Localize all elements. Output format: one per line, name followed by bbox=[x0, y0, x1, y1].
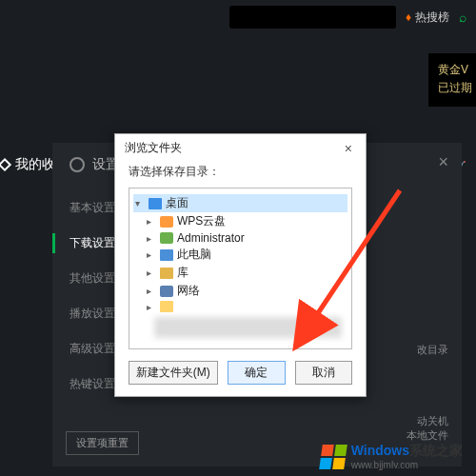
tree-node-label: 库 bbox=[177, 265, 188, 281]
user-icon bbox=[160, 232, 173, 244]
hot-label: 热搜榜 bbox=[415, 10, 449, 26]
close-icon[interactable]: × bbox=[341, 141, 356, 156]
tree-node[interactable]: ▸库 bbox=[133, 264, 347, 282]
sidebar-label: 我的收 bbox=[15, 156, 55, 173]
cancel-button[interactable]: 取消 bbox=[295, 361, 352, 385]
flame-icon: ♦ bbox=[406, 10, 411, 24]
pc-icon bbox=[160, 249, 173, 261]
tree-node[interactable]: ▸WPS云盘 bbox=[133, 212, 347, 230]
watermark-url: www.bjjmlv.com bbox=[351, 460, 463, 470]
ok-button[interactable]: 确定 bbox=[228, 361, 287, 385]
vip-status: 已过期 bbox=[438, 79, 476, 97]
vip-title: 黄金V bbox=[438, 61, 476, 79]
hot-search-link[interactable]: ♦ 热搜榜 bbox=[406, 10, 449, 26]
tree-node-label: WPS云盘 bbox=[177, 213, 226, 229]
chevron-icon[interactable]: ▸ bbox=[147, 216, 156, 227]
dialog-title: 浏览文件夹 bbox=[125, 140, 182, 156]
chevron-icon[interactable]: ▸ bbox=[147, 249, 156, 260]
windows-logo-icon bbox=[319, 445, 347, 469]
diamond-icon bbox=[0, 158, 11, 171]
browse-folder-dialog: 浏览文件夹 × 请选择保存目录： ▾桌面▸WPS云盘▸Administrator… bbox=[114, 133, 367, 397]
watermark-sub: 系统之家 bbox=[409, 443, 463, 458]
gear-icon bbox=[69, 157, 85, 172]
tree-node[interactable]: ▸此电脑 bbox=[133, 246, 347, 264]
tree-node[interactable]: ▸ bbox=[133, 300, 347, 313]
cloud-icon bbox=[160, 216, 173, 228]
tree-node-label: Administrator bbox=[177, 231, 245, 245]
watermark-brand: Windows bbox=[351, 443, 409, 458]
vip-panel: 黄金V 已过期 bbox=[428, 53, 476, 107]
chevron-icon[interactable]: ▾ bbox=[135, 198, 145, 208]
tree-node-label: 此电脑 bbox=[177, 247, 211, 263]
close-icon[interactable]: × bbox=[438, 152, 448, 172]
tree-node[interactable]: ▾桌面 bbox=[133, 194, 347, 212]
auto-shutdown-label: 动关机 bbox=[417, 414, 448, 428]
change-dir-label[interactable]: 改目录 bbox=[417, 343, 448, 357]
chevron-icon[interactable]: ▸ bbox=[147, 286, 156, 296]
chevron-icon[interactable]: ▸ bbox=[147, 268, 156, 278]
tree-node[interactable]: ▸网络 bbox=[133, 282, 347, 300]
tree-node[interactable]: ▸Administrator bbox=[133, 230, 347, 246]
tree-node-label: 桌面 bbox=[166, 195, 188, 211]
folder-tree[interactable]: ▾桌面▸WPS云盘▸Administrator▸此电脑▸库▸网络▸ bbox=[129, 188, 352, 349]
chevron-icon[interactable]: ▸ bbox=[147, 233, 156, 244]
reset-settings-button[interactable]: 设置项重置 bbox=[66, 431, 139, 455]
dialog-instruction: 请选择保存目录： bbox=[115, 160, 366, 188]
lib-icon bbox=[160, 268, 173, 279]
sidebar-item-favorites[interactable]: 我的收 bbox=[0, 156, 55, 173]
net-icon bbox=[160, 286, 173, 297]
search-icon[interactable]: ⌕ bbox=[459, 10, 466, 25]
local-file-label: 本地文件 bbox=[407, 428, 448, 443]
new-folder-button[interactable]: 新建文件夹(M) bbox=[129, 361, 218, 385]
fold-icon bbox=[160, 301, 173, 312]
watermark: Windows系统之家 www.bjjmlv.com bbox=[321, 443, 463, 470]
desktop-icon bbox=[149, 198, 162, 209]
search-input[interactable] bbox=[229, 6, 396, 29]
chevron-icon[interactable]: ▸ bbox=[147, 302, 156, 312]
tree-node-label: 网络 bbox=[177, 283, 200, 299]
